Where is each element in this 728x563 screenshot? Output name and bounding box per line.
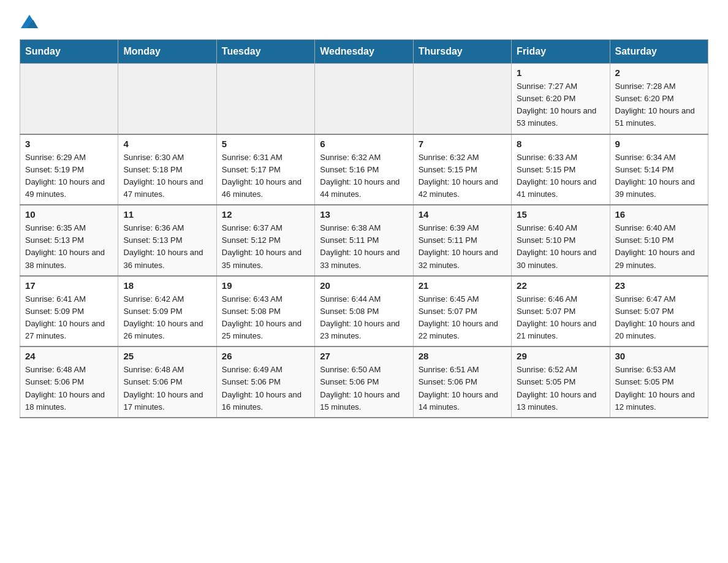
calendar-cell <box>118 64 216 134</box>
day-number: 4 <box>123 139 211 149</box>
day-number: 28 <box>419 351 506 361</box>
day-number: 15 <box>517 209 604 220</box>
calendar-cell: 9Sunrise: 6:34 AMSunset: 5:14 PMDaylight… <box>610 134 708 205</box>
day-info: Sunrise: 6:47 AMSunset: 5:07 PMDaylight:… <box>615 293 703 343</box>
day-info: Sunrise: 6:49 AMSunset: 5:06 PMDaylight:… <box>222 364 309 413</box>
day-number: 16 <box>615 209 703 220</box>
calendar-week-row: 24Sunrise: 6:48 AMSunset: 5:06 PMDayligh… <box>20 347 708 418</box>
day-info: Sunrise: 7:28 AMSunset: 6:20 PMDaylight:… <box>615 80 703 130</box>
calendar-cell: 18Sunrise: 6:42 AMSunset: 5:09 PMDayligh… <box>118 276 216 347</box>
day-number: 1 <box>517 67 604 78</box>
day-number: 19 <box>222 280 309 291</box>
calendar-cell <box>216 64 314 134</box>
calendar-cell: 2Sunrise: 7:28 AMSunset: 6:20 PMDaylight… <box>610 64 708 134</box>
weekday-header-monday: Monday <box>118 40 216 64</box>
day-info: Sunrise: 6:32 AMSunset: 5:16 PMDaylight:… <box>320 151 408 201</box>
calendar-cell: 26Sunrise: 6:49 AMSunset: 5:06 PMDayligh… <box>216 347 314 418</box>
calendar-cell <box>315 64 413 134</box>
calendar-cell: 19Sunrise: 6:43 AMSunset: 5:08 PMDayligh… <box>216 276 314 347</box>
day-number: 6 <box>320 139 408 149</box>
day-number: 14 <box>419 209 506 220</box>
calendar-cell: 29Sunrise: 6:52 AMSunset: 5:05 PMDayligh… <box>512 347 610 418</box>
day-number: 21 <box>419 280 506 291</box>
day-number: 5 <box>222 139 309 149</box>
day-number: 13 <box>320 209 408 220</box>
calendar-cell: 11Sunrise: 6:36 AMSunset: 5:13 PMDayligh… <box>118 205 216 276</box>
day-number: 8 <box>517 139 604 149</box>
page-header <box>20 15 708 28</box>
day-number: 17 <box>25 280 113 291</box>
calendar-cell: 10Sunrise: 6:35 AMSunset: 5:13 PMDayligh… <box>20 205 118 276</box>
calendar-week-row: 3Sunrise: 6:29 AMSunset: 5:19 PMDaylight… <box>20 134 708 205</box>
day-info: Sunrise: 6:50 AMSunset: 5:06 PMDaylight:… <box>320 364 408 413</box>
weekday-header-thursday: Thursday <box>413 40 511 64</box>
calendar-cell: 1Sunrise: 7:27 AMSunset: 6:20 PMDaylight… <box>512 64 610 134</box>
calendar-cell: 28Sunrise: 6:51 AMSunset: 5:06 PMDayligh… <box>413 347 511 418</box>
day-info: Sunrise: 6:31 AMSunset: 5:17 PMDaylight:… <box>222 151 309 201</box>
day-info: Sunrise: 6:33 AMSunset: 5:15 PMDaylight:… <box>517 151 604 201</box>
day-info: Sunrise: 6:40 AMSunset: 5:10 PMDaylight:… <box>615 222 703 272</box>
day-info: Sunrise: 6:30 AMSunset: 5:18 PMDaylight:… <box>123 151 211 201</box>
day-number: 30 <box>615 351 703 361</box>
day-info: Sunrise: 6:34 AMSunset: 5:14 PMDaylight:… <box>615 151 703 201</box>
day-number: 10 <box>25 209 113 220</box>
day-number: 9 <box>615 139 703 149</box>
calendar-cell: 7Sunrise: 6:32 AMSunset: 5:15 PMDaylight… <box>413 134 511 205</box>
day-info: Sunrise: 6:39 AMSunset: 5:11 PMDaylight:… <box>419 222 506 272</box>
calendar-cell: 27Sunrise: 6:50 AMSunset: 5:06 PMDayligh… <box>315 347 413 418</box>
day-info: Sunrise: 6:45 AMSunset: 5:07 PMDaylight:… <box>419 293 506 343</box>
calendar-cell: 3Sunrise: 6:29 AMSunset: 5:19 PMDaylight… <box>20 134 118 205</box>
day-info: Sunrise: 6:32 AMSunset: 5:15 PMDaylight:… <box>419 151 506 201</box>
day-info: Sunrise: 6:42 AMSunset: 5:09 PMDaylight:… <box>123 293 211 343</box>
day-info: Sunrise: 6:48 AMSunset: 5:06 PMDaylight:… <box>123 364 211 413</box>
day-number: 11 <box>123 209 211 220</box>
day-info: Sunrise: 6:41 AMSunset: 5:09 PMDaylight:… <box>25 293 113 343</box>
weekday-header-tuesday: Tuesday <box>216 40 314 64</box>
calendar-week-row: 1Sunrise: 7:27 AMSunset: 6:20 PMDaylight… <box>20 64 708 134</box>
weekday-header-sunday: Sunday <box>20 40 118 64</box>
calendar-cell <box>413 64 511 134</box>
day-number: 18 <box>123 280 211 291</box>
calendar-cell: 15Sunrise: 6:40 AMSunset: 5:10 PMDayligh… <box>512 205 610 276</box>
day-info: Sunrise: 6:52 AMSunset: 5:05 PMDaylight:… <box>517 364 604 413</box>
day-info: Sunrise: 6:51 AMSunset: 5:06 PMDaylight:… <box>419 364 506 413</box>
day-number: 20 <box>320 280 408 291</box>
calendar-cell: 23Sunrise: 6:47 AMSunset: 5:07 PMDayligh… <box>610 276 708 347</box>
day-info: Sunrise: 6:48 AMSunset: 5:06 PMDaylight:… <box>25 364 113 413</box>
day-number: 22 <box>517 280 604 291</box>
logo-area <box>20 15 39 28</box>
day-number: 25 <box>123 351 211 361</box>
day-info: Sunrise: 6:35 AMSunset: 5:13 PMDaylight:… <box>25 222 113 272</box>
calendar-cell: 5Sunrise: 6:31 AMSunset: 5:17 PMDaylight… <box>216 134 314 205</box>
day-info: Sunrise: 6:36 AMSunset: 5:13 PMDaylight:… <box>123 222 211 272</box>
calendar-cell: 21Sunrise: 6:45 AMSunset: 5:07 PMDayligh… <box>413 276 511 347</box>
day-number: 23 <box>615 280 703 291</box>
day-number: 26 <box>222 351 309 361</box>
day-info: Sunrise: 6:46 AMSunset: 5:07 PMDaylight:… <box>517 293 604 343</box>
calendar-cell: 17Sunrise: 6:41 AMSunset: 5:09 PMDayligh… <box>20 276 118 347</box>
day-info: Sunrise: 6:43 AMSunset: 5:08 PMDaylight:… <box>222 293 309 343</box>
day-number: 7 <box>419 139 506 149</box>
weekday-header-row: SundayMondayTuesdayWednesdayThursdayFrid… <box>20 40 708 64</box>
day-number: 27 <box>320 351 408 361</box>
day-info: Sunrise: 6:53 AMSunset: 5:05 PMDaylight:… <box>615 364 703 413</box>
calendar-cell: 8Sunrise: 6:33 AMSunset: 5:15 PMDaylight… <box>512 134 610 205</box>
calendar-cell: 13Sunrise: 6:38 AMSunset: 5:11 PMDayligh… <box>315 205 413 276</box>
day-number: 29 <box>517 351 604 361</box>
day-number: 2 <box>615 67 703 78</box>
day-number: 24 <box>25 351 113 361</box>
calendar-cell: 24Sunrise: 6:48 AMSunset: 5:06 PMDayligh… <box>20 347 118 418</box>
calendar-cell: 22Sunrise: 6:46 AMSunset: 5:07 PMDayligh… <box>512 276 610 347</box>
calendar-cell: 4Sunrise: 6:30 AMSunset: 5:18 PMDaylight… <box>118 134 216 205</box>
day-info: Sunrise: 6:40 AMSunset: 5:10 PMDaylight:… <box>517 222 604 272</box>
calendar-cell: 16Sunrise: 6:40 AMSunset: 5:10 PMDayligh… <box>610 205 708 276</box>
day-number: 3 <box>25 139 113 149</box>
weekday-header-friday: Friday <box>512 40 610 64</box>
calendar-table: SundayMondayTuesdayWednesdayThursdayFrid… <box>20 39 708 418</box>
weekday-header-wednesday: Wednesday <box>315 40 413 64</box>
calendar-week-row: 10Sunrise: 6:35 AMSunset: 5:13 PMDayligh… <box>20 205 708 276</box>
calendar-cell: 25Sunrise: 6:48 AMSunset: 5:06 PMDayligh… <box>118 347 216 418</box>
day-info: Sunrise: 6:37 AMSunset: 5:12 PMDaylight:… <box>222 222 309 272</box>
calendar-week-row: 17Sunrise: 6:41 AMSunset: 5:09 PMDayligh… <box>20 276 708 347</box>
calendar-cell: 14Sunrise: 6:39 AMSunset: 5:11 PMDayligh… <box>413 205 511 276</box>
